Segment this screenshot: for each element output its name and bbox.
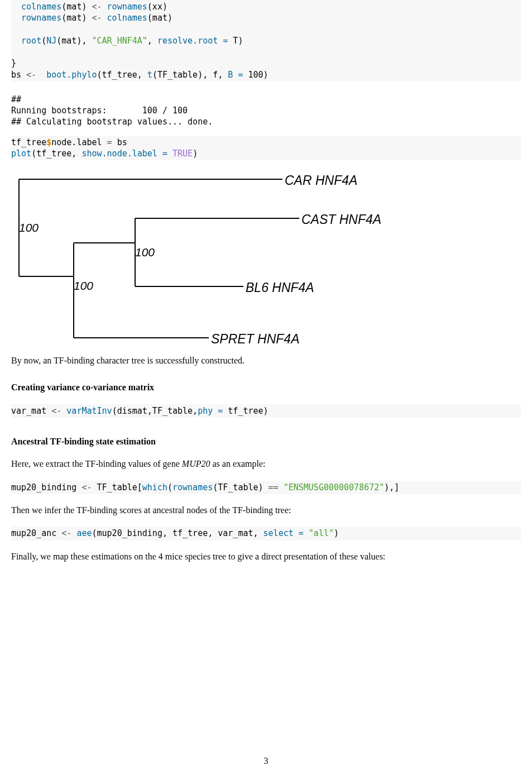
prose-after-tree: By now, an TF-binding character tree is … <box>11 355 521 367</box>
tip-label-car: CAR HNF4A <box>285 171 357 189</box>
spacer <box>11 82 521 94</box>
code-block-plot-tree: tf_tree$node.label = bs plot(tf_tree, sh… <box>11 136 521 161</box>
phylo-tree-figure: CAR HNF4A CAST HNF4A BL6 HNF4A SPRET HNF… <box>11 165 368 349</box>
tip-label-cast: CAST HNF4A <box>301 211 381 228</box>
tip-label-spret: SPRET HNF4A <box>211 330 299 348</box>
heading-varcov: Creating variance co-variance matrix <box>11 381 521 394</box>
page: colnames(mat) <- rownames(xx) rownames(m… <box>0 0 532 775</box>
prose-infer: Then we infer the TF-binding scores at a… <box>11 504 521 516</box>
tip-label-bl6: BL6 HNF4A <box>246 279 314 296</box>
code-block-varmat: var_mat <- varMatInv(dismat,TF_table,phy… <box>11 404 521 418</box>
text: as an example: <box>210 459 265 468</box>
tree-lines <box>11 165 368 349</box>
heading-anc: Ancestral TF-binding state estimation <box>11 436 521 448</box>
node-label-root: 100 <box>19 219 39 236</box>
gene-name: MUP20 <box>182 459 210 468</box>
spacer <box>11 128 521 136</box>
prose-final: Finally, we map these estimations on the… <box>11 551 521 563</box>
code-block-bootstrap: colnames(mat) <- rownames(xx) rownames(m… <box>11 0 521 82</box>
text: Here, we extract the TF-binding values o… <box>11 459 182 468</box>
code-block-mup20-binding: mup20_binding <- TF_table[which(rownames… <box>11 481 521 494</box>
node-label-n1: 100 <box>74 278 93 294</box>
prose-anc-intro: Here, we extract the TF-binding values o… <box>11 458 521 470</box>
node-label-n2: 100 <box>135 244 155 260</box>
code-block-mup20-anc: mup20_anc <- aee(mup20_binding, tf_tree,… <box>11 527 521 540</box>
page-number: 3 <box>0 755 532 767</box>
output-block-bootstrap: ## Running bootstraps: 100 / 100 ## Calc… <box>11 94 521 128</box>
